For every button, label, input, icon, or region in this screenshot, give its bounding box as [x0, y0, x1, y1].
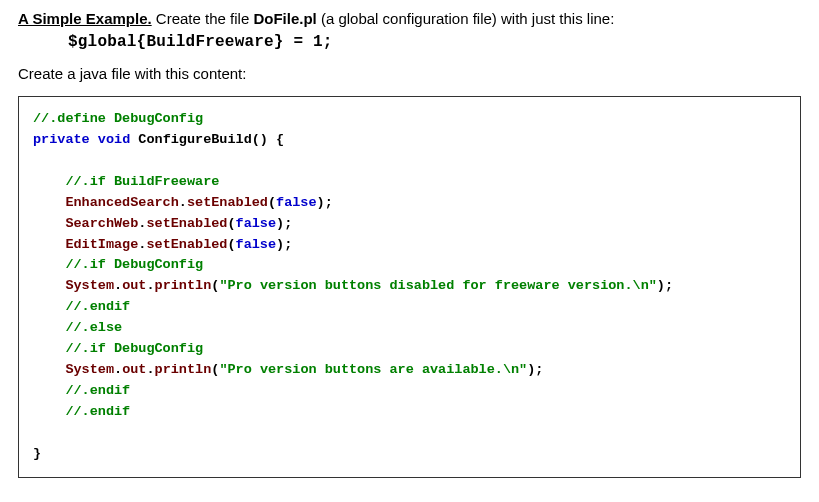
code-token: System [33, 278, 114, 293]
code-token: EnhancedSearch [33, 195, 179, 210]
code-token: "Pro version buttons are available.\n" [219, 362, 527, 377]
code-token: "Pro version buttons disabled for freewa… [219, 278, 656, 293]
code-token: ConfigureBuild() { [130, 132, 284, 147]
code-token: ); [276, 237, 292, 252]
code-token: . [179, 195, 187, 210]
code-token: //.else [33, 320, 122, 335]
code-token: . [114, 362, 122, 377]
code-token: . [114, 278, 122, 293]
code-token: ( [227, 237, 235, 252]
intro-filename: DoFile.pl [253, 10, 316, 27]
code-token: //.if DebugConfig [33, 341, 203, 356]
intro-line: A Simple Example. Create the file DoFile… [18, 10, 801, 27]
intro-text-1a: Create the file [152, 10, 254, 27]
code-token: setEnabled [146, 216, 227, 231]
intro-text-1b: (a global configuration file) with just … [317, 10, 615, 27]
code-token: ); [276, 216, 292, 231]
code-token: //.if DebugConfig [33, 257, 203, 272]
code-token: private [33, 132, 90, 147]
code-token: System [33, 362, 114, 377]
code-token: println [155, 362, 212, 377]
code-token: out [122, 278, 146, 293]
code-token: ( [268, 195, 276, 210]
code-token: void [98, 132, 130, 147]
code-token: out [122, 362, 146, 377]
code-token: //.if BuildFreeware [33, 174, 219, 189]
code-token: } [33, 446, 41, 461]
code-token: setEnabled [187, 195, 268, 210]
code-token: EditImage [33, 237, 138, 252]
code-token: //.endif [33, 383, 130, 398]
code-token: println [155, 278, 212, 293]
code-block: //.define DebugConfig private void Confi… [18, 96, 801, 478]
config-code-line: $global{BuildFreeware} = 1; [68, 33, 801, 51]
code-token: . [146, 362, 154, 377]
code-token: //.define DebugConfig [33, 111, 203, 126]
code-token: false [236, 237, 277, 252]
code-token: setEnabled [146, 237, 227, 252]
code-token: . [146, 278, 154, 293]
code-token [90, 132, 98, 147]
example-heading: A Simple Example. [18, 10, 152, 27]
code-token: SearchWeb [33, 216, 138, 231]
subline: Create a java file with this content: [18, 65, 801, 82]
code-token: ); [317, 195, 333, 210]
code-token: //.endif [33, 404, 130, 419]
code-token: false [236, 216, 277, 231]
code-token: //.endif [33, 299, 130, 314]
code-token: ( [227, 216, 235, 231]
code-token: ); [657, 278, 673, 293]
code-token: false [276, 195, 317, 210]
code-token: ); [527, 362, 543, 377]
